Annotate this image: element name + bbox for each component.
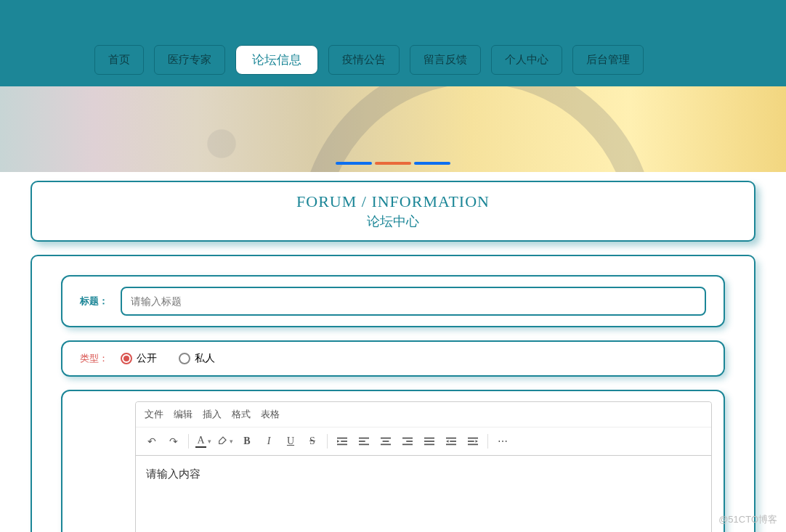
section-header: FORUM / INFORMATION 论坛中心 (31, 181, 755, 242)
carousel-dot[interactable] (336, 162, 372, 165)
svg-rect-18 (468, 438, 478, 439)
svg-rect-14 (424, 444, 434, 446)
underline-icon[interactable]: U (280, 432, 301, 451)
svg-rect-3 (359, 438, 369, 439)
radio-label: 私人 (195, 352, 215, 365)
highlight-icon[interactable]: ▾ (215, 432, 235, 451)
type-row: 类型： 公开 私人 (61, 340, 725, 377)
title-label: 标题： (80, 295, 113, 308)
radio-icon (179, 353, 190, 364)
undo-icon[interactable]: ↶ (142, 432, 162, 451)
nav-feedback[interactable]: 留言反馈 (410, 45, 481, 75)
bold-icon[interactable]: B (237, 432, 257, 451)
italic-icon[interactable]: I (259, 432, 279, 451)
section-title-cn: 论坛中心 (32, 213, 754, 230)
svg-rect-13 (424, 441, 434, 442)
align-right-icon[interactable] (397, 432, 418, 451)
nav-admin[interactable]: 后台管理 (572, 45, 644, 75)
svg-rect-12 (424, 438, 434, 439)
svg-rect-16 (450, 441, 456, 442)
type-label: 类型： (80, 352, 113, 365)
radio-icon (121, 353, 132, 364)
radio-public[interactable]: 公开 (121, 352, 157, 365)
form-panel: 标题： 类型： 公开 私人 文件 编辑 插入 (31, 255, 755, 532)
nav-home[interactable]: 首页 (94, 45, 144, 75)
strikethrough-icon[interactable]: S (302, 432, 323, 451)
banner-image (0, 86, 786, 172)
editor-menubar: 文件 编辑 插入 格式 表格 (136, 402, 711, 427)
align-left-icon[interactable] (354, 432, 374, 451)
type-radio-group: 公开 私人 (121, 352, 215, 365)
radio-private[interactable]: 私人 (179, 352, 215, 365)
svg-rect-19 (468, 441, 474, 442)
svg-rect-10 (406, 441, 413, 442)
menu-edit[interactable]: 编辑 (174, 408, 193, 421)
outdent-icon[interactable] (441, 432, 461, 451)
title-row: 标题： (61, 275, 725, 327)
separator (487, 434, 488, 449)
indent2-icon[interactable] (463, 432, 483, 451)
svg-rect-0 (337, 438, 347, 439)
svg-rect-9 (402, 438, 413, 439)
watermark: @51CTO博客 (718, 513, 777, 526)
separator (188, 434, 189, 449)
svg-rect-15 (446, 438, 456, 439)
svg-rect-7 (383, 441, 389, 442)
carousel-dot[interactable] (375, 162, 411, 165)
svg-rect-4 (359, 441, 365, 442)
svg-rect-20 (468, 444, 478, 446)
header-bar (0, 0, 786, 36)
carousel-dot[interactable] (414, 162, 450, 165)
align-center-icon[interactable] (376, 432, 396, 451)
svg-rect-8 (381, 444, 391, 446)
svg-rect-6 (381, 438, 391, 439)
more-icon[interactable]: ⋯ (493, 432, 513, 451)
indent-icon[interactable] (332, 432, 352, 451)
redo-icon[interactable]: ↷ (163, 432, 184, 451)
svg-rect-2 (337, 444, 347, 446)
nav-user[interactable]: 个人中心 (491, 45, 562, 75)
svg-rect-11 (402, 444, 413, 446)
section-title-en: FORUM / INFORMATION (32, 192, 754, 211)
menu-format[interactable]: 格式 (232, 408, 251, 421)
radio-label: 公开 (137, 352, 157, 365)
align-justify-icon[interactable] (419, 432, 439, 451)
separator (327, 434, 328, 449)
svg-rect-5 (359, 444, 369, 446)
text-color-icon[interactable]: A▾ (193, 432, 214, 451)
editor-row: 文件 编辑 插入 格式 表格 ↶ ↷ A▾ ▾ B I U S (61, 390, 725, 532)
menu-table[interactable]: 表格 (261, 408, 280, 421)
nav-notice[interactable]: 疫情公告 (328, 45, 400, 75)
nav-row: 首页 医疗专家 论坛信息 疫情公告 留言反馈 个人中心 后台管理 (0, 36, 786, 86)
editor-toolbar: ↶ ↷ A▾ ▾ B I U S (136, 427, 711, 456)
menu-insert[interactable]: 插入 (203, 408, 222, 421)
nav-forum[interactable]: 论坛信息 (235, 45, 318, 75)
menu-file[interactable]: 文件 (145, 408, 163, 421)
editor-content[interactable]: 请输入内容 (136, 456, 711, 532)
svg-rect-17 (446, 444, 456, 446)
title-input[interactable] (121, 287, 706, 316)
rich-text-editor: 文件 编辑 插入 格式 表格 ↶ ↷ A▾ ▾ B I U S (135, 401, 712, 532)
svg-rect-1 (341, 441, 347, 442)
carousel-dots (336, 162, 450, 165)
nav-doctor[interactable]: 医疗专家 (154, 45, 225, 75)
